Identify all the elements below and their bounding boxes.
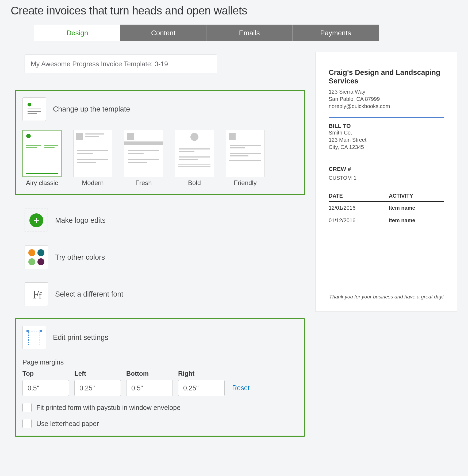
template-option-label: Bold — [188, 179, 201, 187]
margin-bottom-label: Bottom — [126, 370, 173, 377]
preview-address-2: San Pablo, CA 87999 — [329, 95, 444, 103]
fit-envelope-label: Fit printed form with paystub in window … — [36, 404, 181, 412]
template-option-friendly[interactable] — [226, 130, 265, 177]
color-swatch-icon — [28, 249, 44, 265]
preview-address-1: 123 Sierra Way — [329, 88, 444, 95]
font-icon: Ff — [33, 288, 40, 301]
template-option-label: Friendly — [234, 179, 256, 187]
template-option-fresh[interactable] — [124, 130, 163, 177]
margins-icon — [26, 330, 42, 345]
cell-date: 12/01/2016 — [329, 201, 389, 214]
margin-right-label: Right — [178, 370, 225, 377]
page-margins-label: Page margins — [22, 358, 297, 366]
template-option-label: Modern — [82, 179, 103, 187]
preview-crew-label: CREW # — [329, 166, 444, 172]
col-activity: ACTIVITY — [389, 191, 444, 201]
template-icon — [22, 97, 46, 121]
table-row: 12/01/2016 Item name — [329, 201, 444, 214]
print-settings-panel: Edit print settings Page margins Top Lef… — [15, 318, 305, 437]
cell-date: 01/12/2016 — [329, 214, 389, 227]
cell-activity: Item name — [389, 201, 444, 214]
template-section-label: Change up the template — [53, 105, 130, 113]
preview-footer-divider — [329, 287, 444, 287]
plus-icon: + — [29, 213, 43, 227]
tab-payments[interactable]: Payments — [293, 25, 379, 41]
fit-envelope-checkbox[interactable] — [22, 403, 32, 412]
preview-crew-value: CUSTOM-1 — [329, 174, 444, 182]
colors-section-label: Try other colors — [55, 253, 105, 262]
template-name-input[interactable] — [25, 55, 217, 73]
svg-rect-6 — [40, 330, 42, 332]
table-row: 01/12/2016 Item name — [329, 214, 444, 227]
preview-billto-name: Smith Co. — [329, 129, 444, 136]
template-option-label: Fresh — [135, 179, 152, 187]
preview-footer-note: Thank you for your business and have a g… — [329, 294, 444, 300]
page-title: Create invoices that turn heads and open… — [0, 0, 468, 25]
svg-rect-5 — [26, 330, 29, 332]
template-option-bold[interactable] — [175, 130, 214, 177]
margin-left-label: Left — [74, 370, 121, 377]
preview-line-items-table: DATE ACTIVITY 12/01/2016 Item name 01/12… — [329, 191, 444, 227]
preview-company-name: Craig's Design and Landscaping Services — [329, 68, 444, 86]
margin-bottom-input[interactable] — [126, 380, 173, 396]
tab-design[interactable]: Design — [34, 25, 120, 41]
print-section-label: Edit print settings — [53, 333, 108, 342]
cell-activity: Item name — [389, 214, 444, 227]
tab-content[interactable]: Content — [120, 25, 206, 41]
font-section-label: Select a different font — [55, 290, 123, 298]
col-date: DATE — [329, 191, 389, 201]
print-settings-icon — [22, 326, 46, 349]
template-option-airy-classic[interactable] — [22, 130, 62, 177]
template-option-modern[interactable] — [73, 130, 112, 177]
preview-billto-line2: City, CA 12345 — [329, 144, 444, 151]
preview-billto-line1: 123 Main Street — [329, 136, 444, 144]
template-panel: Change up the template Airy classic — [15, 90, 305, 195]
preview-divider — [329, 117, 444, 118]
margin-right-input[interactable] — [178, 380, 225, 396]
margin-top-label: Top — [22, 370, 69, 377]
template-option-label: Airy classic — [26, 179, 58, 187]
logo-section-label: Make logo edits — [55, 216, 106, 225]
letterhead-label: Use letterhead paper — [36, 420, 99, 428]
tab-emails[interactable]: Emails — [206, 25, 293, 41]
preview-email: noreply@quickbooks.com — [329, 103, 444, 110]
font-button[interactable]: Ff — [25, 282, 48, 306]
reset-margins-link[interactable]: Reset — [232, 384, 250, 396]
margin-top-input[interactable] — [22, 380, 69, 396]
preview-billto-label: BILL TO — [329, 123, 444, 129]
tab-bar: Design Content Emails Payments — [34, 25, 468, 41]
invoice-preview: Craig's Design and Landscaping Services … — [316, 52, 457, 312]
logo-add-button[interactable]: + — [25, 209, 48, 232]
colors-button[interactable] — [25, 245, 48, 269]
letterhead-checkbox[interactable] — [22, 419, 32, 428]
margin-left-input[interactable] — [74, 380, 121, 396]
